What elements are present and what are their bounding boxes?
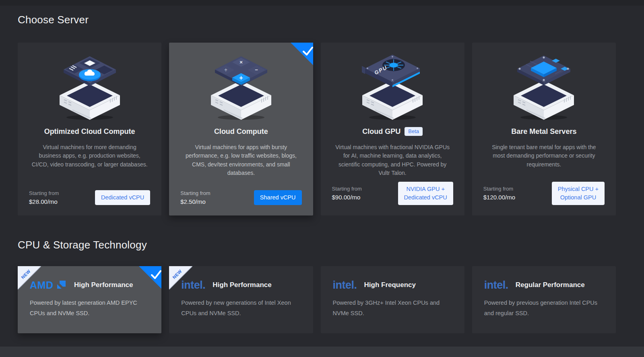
cpu-card-description: Powered by previous generation Intel CPU… (484, 298, 604, 318)
price-block: Starting from $2.50/mo (180, 190, 210, 205)
svg-text:+: + (239, 74, 243, 81)
intel-logo: intel. (484, 279, 508, 291)
svg-text:−: − (255, 67, 258, 73)
svg-text:÷: ÷ (225, 67, 227, 73)
cloud-gpu-illustration: GPU (332, 47, 453, 124)
starting-from-label: Starting from (483, 186, 515, 192)
cpu-card-amd-high-performance[interactable]: NEW AMD High Performance Powered by late… (18, 266, 161, 333)
cpu-card-intel-high-frequency[interactable]: intel. High Frequency Powered by 3GHz+ I… (321, 266, 464, 333)
server-card-optimized-cloud-compute[interactable]: Optimized Cloud Compute Virtual machines… (18, 43, 161, 215)
card-description: Virtual machines with fractional NVIDIA … (332, 143, 453, 182)
cloud-compute-illustration: × ÷ − + (180, 47, 301, 124)
starting-from-label: Starting from (180, 190, 210, 196)
price-text: $90.00/mo (332, 194, 362, 201)
cpu-card-title: High Performance (213, 281, 271, 289)
bare-metal-illustration (483, 47, 605, 124)
server-card-cloud-gpu[interactable]: GPU Cloud GPU Beta Virtual machines with… (321, 43, 464, 215)
price-text: $2.50/mo (180, 198, 210, 205)
server-card-bare-metal[interactable]: Bare Metal Servers Single tenant bare me… (472, 43, 616, 215)
cpu-card-title: High Frequency (364, 281, 416, 289)
server-card-grid: Optimized Cloud Compute Virtual machines… (18, 43, 616, 215)
price-block: Starting from $120.00/mo (483, 186, 515, 201)
selected-check-icon (139, 266, 161, 289)
server-card-cloud-compute[interactable]: × ÷ − + Cloud Compute Virtual machines f… (169, 43, 313, 215)
card-description: Single tenant bare metal for apps with t… (483, 143, 605, 182)
card-description: Virtual machines for more demanding busi… (29, 143, 150, 190)
cpu-storage-title: CPU & Storage Technology (18, 239, 616, 251)
deploy-page: Choose Server (0, 0, 644, 333)
card-title: Cloud Compute (214, 127, 268, 136)
cpu-card-title: Regular Performance (516, 281, 585, 289)
svg-text:×: × (239, 59, 243, 65)
dedicated-vcpu-button[interactable]: Dedicated vCPU (95, 190, 150, 205)
price-block: Starting from $90.00/mo (332, 186, 362, 201)
cpu-card-description: Powered by latest generation AMD EPYC CP… (30, 298, 149, 318)
intel-logo: intel. (333, 279, 357, 291)
cpu-card-intel-high-performance[interactable]: NEW intel. High Performance Powered by n… (169, 266, 313, 333)
card-title: Bare Metal Servers (511, 127, 576, 136)
price-block: Starting from $28.00/mo (29, 190, 59, 205)
cpu-card-intel-regular-performance[interactable]: intel. Regular Performance Powered by pr… (472, 266, 616, 333)
card-description: Virtual machines for apps with bursty pe… (180, 143, 301, 190)
price-text: $28.00/mo (29, 198, 59, 205)
cpu-card-description: Powered by new generations of Intel Xeon… (181, 298, 301, 318)
cpu-card-grid: NEW AMD High Performance Powered by late… (18, 266, 616, 333)
cpu-card-title: High Performance (74, 281, 133, 289)
nvidia-gpu-dedicated-vcpu-button[interactable]: NVIDIA GPU + Dedicated vCPU (398, 182, 453, 205)
physical-cpu-optional-gpu-button[interactable]: Physical CPU + Optional GPU (552, 182, 605, 205)
selected-check-icon (291, 43, 313, 65)
optimized-cloud-compute-illustration (29, 47, 150, 124)
card-title: Cloud GPU (362, 127, 400, 136)
choose-server-title: Choose Server (18, 14, 616, 26)
starting-from-label: Starting from (332, 186, 362, 192)
shared-vcpu-button[interactable]: Shared vCPU (254, 190, 302, 205)
beta-badge: Beta (405, 127, 423, 136)
next-section-strip (0, 347, 644, 357)
card-title: Optimized Cloud Compute (44, 127, 135, 136)
new-ribbon: NEW (18, 266, 41, 289)
price-text: $120.00/mo (483, 194, 515, 201)
new-ribbon: NEW (169, 266, 192, 289)
cpu-card-description: Powered by 3GHz+ Intel Xeon CPUs and NVM… (333, 298, 452, 318)
starting-from-label: Starting from (29, 190, 59, 196)
